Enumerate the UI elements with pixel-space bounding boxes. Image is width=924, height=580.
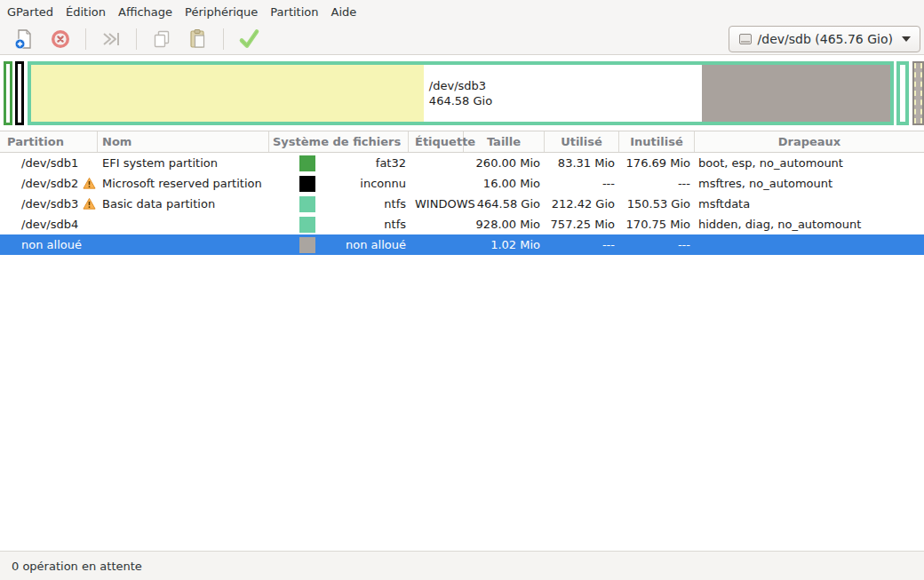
device-selector[interactable]: /dev/sdb (465.76 Gio) [729, 26, 920, 52]
diskbar-partition-sdb2[interactable] [15, 61, 24, 125]
filesystem-name: ntfs [384, 218, 409, 231]
pending-operations-text: 0 opération en attente [12, 560, 142, 573]
filesystem-name: inconnu [360, 177, 409, 190]
column-header-partition[interactable]: Partition [0, 131, 98, 152]
column-header-drapeaux[interactable]: Drapeaux [695, 131, 924, 152]
used-value: 212.42 Gio [545, 197, 619, 211]
size-value: 1.02 Mio [464, 238, 545, 251]
menu-edition[interactable]: Édition [60, 2, 112, 22]
filesystem-name: fat32 [376, 156, 409, 170]
filesystem-color-swatch [299, 155, 315, 171]
table-row-sdb4[interactable]: /dev/sdb4 ntfs 928.00 Mio 757.25 Mio 170… [0, 214, 924, 234]
disk-visualization-panel: /dev/sdb3 464.58 Gio [0, 55, 924, 131]
toolbar: /dev/sdb (465.76 Gio) [0, 23, 924, 55]
column-header-nom[interactable]: Nom [98, 131, 269, 152]
menu-gparted[interactable]: GParted [1, 2, 60, 22]
unused-value: 170.75 Mio [619, 218, 695, 231]
disk-bar: /dev/sdb3 464.58 Gio [4, 61, 924, 125]
filesystem-color-swatch [299, 176, 315, 192]
empty-table-area [0, 255, 924, 551]
toolbar-separator [136, 28, 137, 50]
column-header-systeme-de-fichiers[interactable]: Système de fichiers [269, 131, 409, 152]
diskbar-unallocated-selected[interactable] [912, 61, 924, 125]
size-value: 464.58 Gio [464, 197, 545, 211]
flags-value: boot, esp, no_automount [695, 156, 924, 170]
column-header-inutilise[interactable]: Inutilisé [619, 131, 695, 152]
size-value: 16.00 Mio [464, 177, 545, 190]
unused-value: --- [619, 238, 695, 251]
resize-move-icon [100, 28, 123, 51]
filesystem-color-swatch [299, 217, 315, 233]
volume-label: WINDOWS [409, 197, 464, 211]
menu-peripherique[interactable]: Périphérique [179, 2, 264, 22]
diskbar-partition-sdb3[interactable]: /dev/sdb3 464.58 Gio [28, 61, 894, 125]
used-value: 757.25 Mio [545, 218, 619, 231]
copy-icon [150, 28, 173, 51]
chevron-down-icon [902, 36, 911, 42]
warning-icon [83, 177, 96, 190]
menu-aide[interactable]: Aide [325, 2, 363, 22]
disk-drive-icon [738, 32, 753, 46]
column-header-taille[interactable]: Taille [464, 131, 545, 152]
menu-affichage[interactable]: Affichage [112, 2, 179, 22]
table-row-sdb2[interactable]: /dev/sdb2 Microsoft reserved partition i… [0, 173, 924, 194]
flags-value: msftres, no_automount [695, 177, 924, 190]
delete-icon [49, 28, 72, 51]
column-header-etiquette[interactable]: Étiquette [409, 131, 464, 152]
apply-operations-button[interactable] [237, 26, 260, 52]
partition-label-name: EFI system partition [98, 156, 269, 170]
filesystem-color-swatch [299, 196, 315, 212]
column-header-utilise[interactable]: Utilisé [545, 131, 619, 152]
used-value: 83.31 Mio [545, 156, 619, 170]
toolbar-separator [223, 28, 224, 50]
size-value: 928.00 Mio [464, 218, 545, 231]
partition-name: /dev/sdb4 [21, 218, 78, 231]
filesystem-name: non alloué [346, 238, 409, 251]
diskbar-partition-sdb1[interactable] [4, 61, 12, 125]
used-value: --- [545, 177, 619, 190]
unused-value: 150.53 Gio [619, 197, 695, 211]
unused-value: --- [619, 177, 695, 190]
partition-name: non alloué [21, 238, 82, 251]
table-header: Partition Nom Système de fichiers Étique… [0, 131, 924, 153]
partition-name: /dev/sdb1 [21, 156, 78, 170]
apply-check-icon [237, 28, 260, 51]
warning-icon [83, 197, 96, 211]
sdb3-used-space [31, 65, 424, 122]
partition-name: /dev/sdb3 [21, 197, 78, 211]
filesystem-name: ntfs [384, 197, 409, 211]
partition-label-name: Microsoft reserved partition [98, 177, 269, 190]
flags-value: msftdata [695, 197, 924, 211]
table-row-sdb1[interactable]: /dev/sdb1 EFI system partition fat32 260… [0, 153, 924, 173]
toolbar-separator [85, 28, 86, 50]
size-value: 260.00 Mio [464, 156, 545, 170]
sdb3-free-space [424, 65, 702, 122]
statusbar: 0 opération en attente [0, 551, 924, 580]
partition-label-name: Basic data partition [98, 197, 269, 211]
menu-partition[interactable]: Partition [264, 2, 324, 22]
menubar: GParted Édition Affichage Périphérique P… [0, 0, 924, 23]
delete-partition-button[interactable] [49, 26, 72, 52]
table-row-sdb3[interactable]: /dev/sdb3 Basic data partition ntfs WIND… [0, 194, 924, 214]
diskbar-partition-sdb4[interactable] [896, 61, 909, 125]
unused-value: 176.69 Mio [619, 156, 695, 170]
new-partition-button[interactable] [12, 26, 36, 52]
flags-value: hidden, diag, no_automount [695, 218, 924, 231]
document-new-icon [12, 28, 36, 51]
device-selector-value: /dev/sdb (465.76 Gio) [758, 32, 893, 46]
table-row-unallocated[interactable]: non alloué non alloué 1.02 Mio --- --- [0, 234, 924, 255]
selection-dashed-highlight [914, 63, 922, 123]
paste-button [187, 26, 210, 52]
sdb3-unallocated-space [702, 65, 890, 122]
filesystem-color-swatch [299, 237, 315, 253]
partition-name: /dev/sdb2 [21, 177, 78, 190]
resize-move-button [100, 26, 123, 52]
used-value: --- [545, 238, 619, 251]
paste-icon [187, 28, 210, 51]
copy-button [150, 26, 173, 52]
